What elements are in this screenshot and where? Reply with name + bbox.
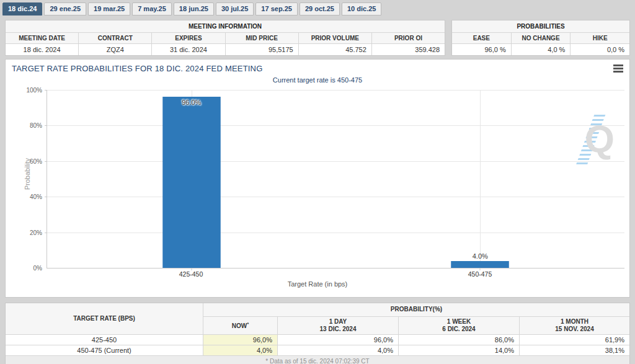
row1-1day: 96,0% (278, 335, 399, 345)
row2-1week: 14,0% (399, 345, 520, 356)
meeting-information-panel: MEETING INFORMATION MEETING DATE CONTRAC… (5, 20, 445, 56)
data-asof-footnote: * Data as of 15 dic. 2024 07:02:39 CT (6, 356, 629, 364)
watermark-slash-icon (575, 115, 606, 167)
probabilities-panel: PROBABILITIES EASE NO CHANGE HIKE 96,0 %… (451, 20, 630, 56)
tab-meeting-6[interactable]: 17 sep.25 (255, 2, 298, 16)
col-header-contract: CONTRACT (79, 33, 152, 44)
gridline-80 (47, 125, 624, 126)
category-gridline-2 (480, 90, 481, 268)
tab-meeting-7[interactable]: 29 oct.25 (300, 2, 340, 16)
x-axis-title: Target Rate (in bps) (6, 280, 629, 288)
meeting-date-tabbar: 18 dic.24 29 ene.25 19 mar.25 7 may.25 1… (0, 0, 635, 16)
row1-now: 96,0% (203, 335, 278, 345)
gridline-60 (47, 161, 624, 162)
y-tickmark (45, 125, 47, 126)
y-tick-60: 60% (30, 158, 42, 164)
col-header-1week: 1 WEEK 6 DIC. 2024 (399, 317, 520, 335)
probability-group-header: PROBABILITY(%) (203, 303, 629, 317)
quikstrike-watermark: Q (577, 115, 615, 167)
bar-450-475[interactable]: 4.0% (451, 261, 509, 268)
tab-meeting-4[interactable]: 18 jun.25 (174, 2, 214, 16)
no-change-value: 4,0 % (512, 44, 571, 55)
prior-volume-value: 45.752 (299, 44, 372, 55)
contract-value: ZQZ4 (79, 44, 152, 55)
col-header-1month: 1 MONTH 15 NOV. 2024 (520, 317, 629, 335)
x-axis-labels: 425-450 450-475 (47, 269, 624, 278)
target-rate-chart-panel: TARGET RATE PROBABILITIES FOR 18 DIC. 20… (5, 59, 630, 298)
meeting-date-value: 18 dic. 2024 (6, 44, 79, 55)
col-header-now: NOW* (203, 317, 278, 335)
col-header-mid-price: MID PRICE (226, 33, 299, 44)
gridline-40 (47, 197, 624, 197)
row2-now: 4,0% (203, 345, 278, 356)
chart-plot-area: Probability 100% 80% 60% 40% 20% 0% Q 96… (47, 90, 624, 269)
y-tickmark (45, 90, 47, 91)
bar-label-425-450: 96.0% (182, 99, 201, 106)
tab-meeting-1[interactable]: 29 ene.25 (44, 2, 86, 16)
hike-value: 0,0 % (571, 44, 629, 55)
col-header-no-change: NO CHANGE (512, 33, 571, 44)
probabilities-headers: EASE NO CHANGE HIKE (452, 33, 629, 44)
x-tick-425-450: 425-450 (179, 270, 203, 278)
col-header-1day: 1 DAY 13 DIC. 2024 (278, 317, 399, 335)
col-header-prior-oi: PRIOR OI (372, 33, 445, 44)
ease-value: 96,0 % (452, 44, 512, 55)
row2-rate: 450-475 (Current) (6, 345, 203, 356)
tab-meeting-0[interactable]: 18 dic.24 (2, 2, 42, 16)
meeting-information-headers: MEETING DATE CONTRACT EXPIRES MID PRICE … (6, 33, 445, 44)
chart-title: TARGET RATE PROBABILITIES FOR 18 DIC. 20… (6, 60, 629, 73)
col-header-expires: EXPIRES (152, 33, 225, 44)
y-tick-80: 80% (30, 122, 42, 129)
expires-value: 31 dic. 2024 (152, 44, 225, 55)
gridline-100 (47, 90, 624, 91)
tab-meeting-3[interactable]: 7 may.25 (132, 2, 172, 16)
y-tickmark (45, 161, 47, 162)
meeting-information-values: 18 dic. 2024 ZQZ4 31 dic. 2024 95,5175 4… (6, 44, 445, 55)
tab-meeting-2[interactable]: 19 mar.25 (88, 2, 130, 16)
row1-1month: 61,9% (520, 335, 629, 345)
y-tick-100: 100% (26, 87, 42, 94)
row2-1month: 38,1% (520, 345, 629, 356)
probabilities-title: PROBABILITIES (452, 20, 629, 33)
meeting-information-title: MEETING INFORMATION (6, 20, 445, 33)
y-tick-20: 20% (30, 229, 42, 236)
col-header-prior-volume: PRIOR VOLUME (299, 33, 372, 44)
tab-meeting-8[interactable]: 10 dic.25 (342, 2, 381, 16)
info-row: MEETING INFORMATION MEETING DATE CONTRAC… (5, 20, 630, 56)
chart-subtitle: Current target rate is 450-475 (6, 76, 629, 84)
rate-column-header: TARGET RATE (BPS) (6, 303, 203, 335)
probabilities-values: 96,0 % 4,0 % 0,0 % (452, 44, 629, 55)
bar-label-450-475: 4.0% (473, 252, 488, 260)
probability-history-table: TARGET RATE (BPS) PROBABILITY(%) NOW* 1 … (5, 303, 630, 364)
col-header-ease: EASE (452, 33, 512, 44)
gridline-20 (47, 233, 624, 233)
y-tickmark (45, 197, 47, 197)
row1-rate: 425-450 (6, 335, 203, 345)
y-tickmark (45, 233, 47, 233)
row2-1day: 4,0% (278, 345, 399, 356)
y-tick-40: 40% (30, 193, 42, 200)
col-header-hike: HIKE (571, 33, 629, 44)
tab-meeting-5[interactable]: 30 jul.25 (216, 2, 254, 16)
y-tick-0: 0% (33, 265, 42, 272)
prior-oi-value: 359.428 (372, 44, 445, 55)
row1-1week: 86,0% (399, 335, 520, 345)
x-tick-450-475: 450-475 (468, 270, 492, 278)
mid-price-value: 95,5175 (226, 44, 299, 55)
bar-425-450[interactable]: 96.0% (162, 97, 220, 268)
col-header-meeting-date: MEETING DATE (6, 33, 79, 44)
hamburger-icon[interactable] (613, 64, 623, 74)
